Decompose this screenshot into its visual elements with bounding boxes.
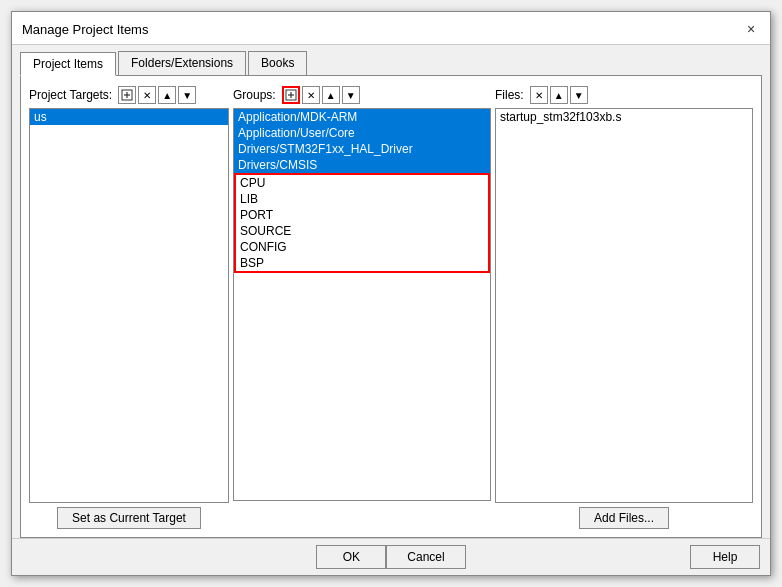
down-icon: ▼: [182, 90, 192, 101]
move-target-up-button[interactable]: ▲: [158, 86, 176, 104]
groups-header: Groups: ✕ ▲ ▼: [233, 84, 491, 106]
down-icon: ▼: [574, 90, 584, 101]
project-targets-footer: Set as Current Target: [29, 507, 229, 529]
delete-file-button[interactable]: ✕: [530, 86, 548, 104]
project-targets-header: Project Targets: ✕ ▲: [29, 84, 229, 106]
list-item[interactable]: startup_stm32f103xb.s: [496, 109, 752, 125]
list-item[interactable]: us: [30, 109, 228, 125]
tab-books[interactable]: Books: [248, 51, 307, 75]
footer-row: OK Cancel Help: [22, 545, 760, 569]
list-item[interactable]: SOURCE: [236, 223, 488, 239]
list-item[interactable]: CPU: [236, 175, 488, 191]
groups-red-section: CPU LIB PORT SOURCE CONFIG BSP: [234, 173, 490, 273]
tabs-bar: Project Items Folders/Extensions Books: [12, 45, 770, 75]
files-label: Files:: [495, 88, 524, 102]
new-target-button[interactable]: [118, 86, 136, 104]
project-targets-list[interactable]: us: [29, 108, 229, 503]
delete-icon: ✕: [307, 90, 315, 101]
up-icon: ▲: [326, 90, 336, 101]
list-item[interactable]: PORT: [236, 207, 488, 223]
move-file-up-button[interactable]: ▲: [550, 86, 568, 104]
tab-folders-extensions[interactable]: Folders/Extensions: [118, 51, 246, 75]
groups-panel: Groups: ✕ ▲ ▼: [233, 84, 491, 529]
files-footer: Add Files...: [495, 507, 753, 529]
list-item[interactable]: Drivers/STM32F1xx_HAL_Driver: [234, 141, 490, 157]
list-item[interactable]: LIB: [236, 191, 488, 207]
list-item[interactable]: Drivers/CMSIS: [234, 157, 490, 173]
ok-button[interactable]: OK: [316, 545, 386, 569]
groups-list[interactable]: Application/MDK-ARM Application/User/Cor…: [233, 108, 491, 501]
set-as-current-target-button[interactable]: Set as Current Target: [57, 507, 201, 529]
up-icon: ▲: [554, 90, 564, 101]
list-item[interactable]: Application/User/Core: [234, 125, 490, 141]
close-button[interactable]: ×: [742, 20, 760, 38]
delete-icon: ✕: [143, 90, 151, 101]
move-target-down-button[interactable]: ▼: [178, 86, 196, 104]
groups-footer: [233, 505, 491, 529]
new-group-button[interactable]: [282, 86, 300, 104]
manage-project-items-dialog: Manage Project Items × Project Items Fol…: [11, 11, 771, 576]
title-bar: Manage Project Items ×: [12, 12, 770, 45]
delete-group-button[interactable]: ✕: [302, 86, 320, 104]
delete-icon: ✕: [535, 90, 543, 101]
cancel-button[interactable]: Cancel: [386, 545, 465, 569]
tab-project-items[interactable]: Project Items: [20, 52, 116, 76]
groups-label: Groups:: [233, 88, 276, 102]
project-targets-panel: Project Targets: ✕ ▲: [29, 84, 229, 529]
files-list[interactable]: startup_stm32f103xb.s: [495, 108, 753, 503]
dialog-footer: OK Cancel Help: [12, 538, 770, 575]
add-files-button[interactable]: Add Files...: [579, 507, 669, 529]
groups-selected-section: Application/MDK-ARM Application/User/Cor…: [234, 109, 490, 173]
move-group-down-button[interactable]: ▼: [342, 86, 360, 104]
list-item[interactable]: CONFIG: [236, 239, 488, 255]
move-file-down-button[interactable]: ▼: [570, 86, 588, 104]
up-icon: ▲: [162, 90, 172, 101]
files-header: Files: ✕ ▲ ▼: [495, 84, 753, 106]
move-group-up-button[interactable]: ▲: [322, 86, 340, 104]
list-item[interactable]: BSP: [236, 255, 488, 271]
dialog-title: Manage Project Items: [22, 22, 148, 37]
project-targets-label: Project Targets:: [29, 88, 112, 102]
files-panel: Files: ✕ ▲ ▼ startup_stm32f103xb.s Add F…: [495, 84, 753, 529]
tab-content: Project Targets: ✕ ▲: [20, 75, 762, 538]
help-button[interactable]: Help: [690, 545, 760, 569]
down-icon: ▼: [346, 90, 356, 101]
delete-target-button[interactable]: ✕: [138, 86, 156, 104]
list-item[interactable]: Application/MDK-ARM: [234, 109, 490, 125]
panels-row: Project Targets: ✕ ▲: [29, 84, 753, 529]
